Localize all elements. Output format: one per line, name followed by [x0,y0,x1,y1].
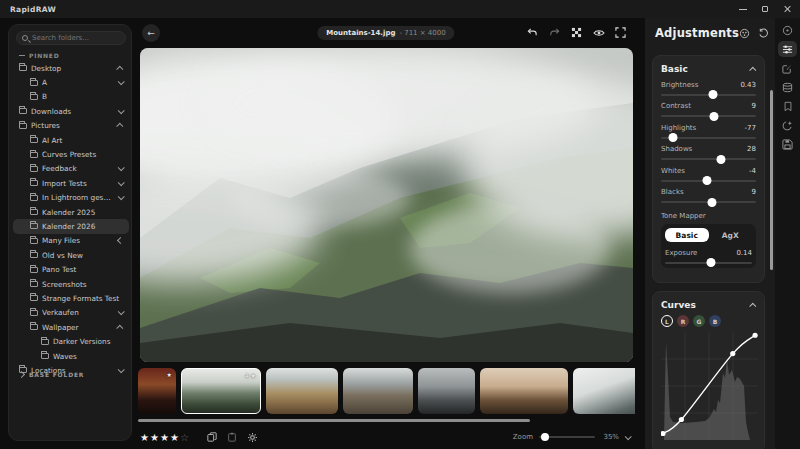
collapse-curves-chevron-icon[interactable] [749,302,756,309]
slider-knob[interactable] [708,198,717,207]
curve-control-point[interactable] [730,351,735,356]
adjustments-panel: Adjustments Basic Brightness 0.43 [645,18,775,449]
slider-label: Blacks [661,188,684,196]
folder-tree-item[interactable]: Pictures [13,119,129,133]
slider-track[interactable] [661,115,756,117]
folder-tree-item[interactable]: A [13,75,129,89]
star-filled-icon[interactable]: ★ [170,432,179,443]
filmstrip-scrollbar[interactable] [138,419,530,422]
filmstrip-thumbnail[interactable] [266,368,338,414]
filmstrip-thumbnail[interactable] [343,368,413,414]
sliders-icon [782,44,793,55]
fullscreen-button[interactable] [613,25,628,40]
slider-track[interactable] [661,201,756,203]
curve-channel-l[interactable]: L [661,315,673,327]
folder-tree-item[interactable]: Waves [13,349,129,363]
close-button[interactable] [776,0,798,18]
curve-channel-b[interactable]: B [709,315,721,327]
rail-ai-button[interactable] [778,117,797,133]
back-button[interactable]: ← [142,24,160,42]
zoom-slider-knob[interactable] [541,433,549,441]
settings-button[interactable] [247,432,258,443]
folder-tree-item[interactable]: Wallpaper [13,320,129,334]
slider-knob[interactable] [669,133,678,142]
folder-tree-item[interactable]: Kalender 2025 [13,205,129,219]
folder-tree-item[interactable]: B [13,90,129,104]
checkerboard-toggle-button[interactable] [569,25,584,40]
maximize-button[interactable] [754,0,776,18]
star-rating[interactable]: ★★★★☆ [140,432,189,443]
rail-library-button[interactable] [778,98,797,114]
star-empty-icon[interactable]: ☆ [180,432,189,443]
search-box[interactable] [16,31,126,45]
collapse-filmstrip-chevron-icon[interactable] [625,433,632,440]
folder-tree-item[interactable]: Many Files [13,234,129,248]
folder-tree-item[interactable]: Pano Test [13,262,129,276]
rail-adjustments-button[interactable] [778,41,797,57]
redo-button[interactable] [547,25,562,40]
auto-adjust-button[interactable] [739,28,750,39]
folder-tree-item[interactable]: Import Tests [13,176,129,190]
undo-button[interactable] [525,25,540,40]
slider-label: Brightness [661,81,698,89]
folder-tree-item[interactable]: Kalender 2026 [13,219,129,233]
folder-chevron-icon [116,123,123,130]
main-image-view[interactable] [140,48,633,362]
pinned-section-header[interactable]: PINNED [19,52,60,59]
filmstrip-thumbnail[interactable] [480,368,568,414]
filmstrip-thumbnail[interactable]: 4 ★ [181,368,261,414]
filmstrip-thumbnail[interactable] [418,368,475,414]
star-filled-icon[interactable]: ★ [140,432,149,443]
adjustments-scrollbar[interactable] [770,90,773,270]
folder-tree-item[interactable]: Old vs New [13,248,129,262]
curve-editor[interactable] [661,332,758,440]
search-input[interactable] [32,34,122,42]
slider-knob[interactable] [710,112,719,121]
collapse-basic-chevron-icon[interactable] [749,66,756,73]
folder-tree-item[interactable]: In Lightroom gespeicherte … [13,191,129,205]
rail-export-button[interactable] [778,136,797,152]
slider-knob[interactable] [707,258,716,267]
slider-knob[interactable] [702,176,711,185]
paste-settings-button[interactable] [227,432,237,443]
curves-section: Curves LRGB [652,291,765,449]
folder-tree-item[interactable]: Desktop [13,61,129,75]
zoom-slider[interactable] [539,436,595,438]
folder-icon [30,252,38,258]
slider-knob[interactable] [709,90,718,99]
slider-track[interactable] [661,158,756,160]
slider-track[interactable] [661,137,756,139]
slider-track[interactable] [661,180,756,182]
tone-mapper-option-agx[interactable]: AgX [709,228,753,242]
folder-tree-item[interactable]: Curves Presets [13,147,129,161]
reset-adjustments-button[interactable] [758,28,769,39]
star-filled-icon[interactable]: ★ [160,432,169,443]
base-folder-row[interactable]: BASE FOLDER [19,371,84,378]
zoom-value: 35% [601,433,619,441]
slider-track[interactable] [665,262,752,264]
rail-presets-button[interactable] [778,79,797,95]
curve-channel-r[interactable]: R [677,315,689,327]
filmstrip-thumbnail[interactable]: ★ [138,368,176,414]
filmstrip-thumbnail[interactable] [573,368,635,414]
curve-control-point[interactable] [752,333,757,338]
slider-knob[interactable] [716,155,725,164]
preview-original-button[interactable] [591,25,606,40]
folder-tree-item[interactable]: Screenshots [13,277,129,291]
folder-tree-item[interactable]: Darker Versions [13,334,129,348]
copy-settings-button[interactable] [207,432,217,443]
minimize-button[interactable] [732,0,754,18]
tone-mapper-option-basic[interactable]: Basic [665,228,709,242]
slider-track[interactable] [661,94,756,96]
rail-metadata-button[interactable] [778,22,797,38]
folder-tree-item[interactable]: Verkaufen [13,306,129,320]
folder-tree-item[interactable]: Downloads [13,104,129,118]
rail-masks-button[interactable] [778,60,797,76]
folder-tree-item[interactable]: Strange Formats Test [13,291,129,305]
curve-channel-g[interactable]: G [693,315,705,327]
folder-icon [30,267,38,273]
curve-control-point[interactable] [679,417,684,422]
folder-tree-item[interactable]: AI Art [13,133,129,147]
star-filled-icon[interactable]: ★ [150,432,159,443]
folder-tree-item[interactable]: Feedback [13,162,129,176]
